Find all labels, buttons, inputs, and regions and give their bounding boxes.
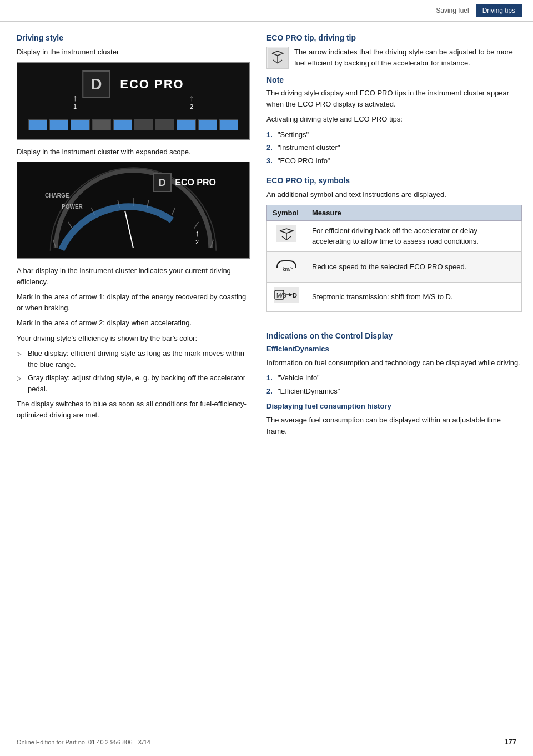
eco-pro-box-2: D ECO PRO [153, 173, 216, 192]
table-col-measure: Measure [306, 205, 522, 220]
svg-text:km/h: km/h [283, 266, 294, 272]
arrow1-indicator: ↑ 1 [73, 93, 77, 110]
indications-title: Indications on the Control Display [266, 331, 522, 340]
ed-steps: 1. "Vehicle info" 2. "EfficientDynamics" [266, 372, 522, 396]
eco-pro-label: ECO PRO [120, 77, 184, 92]
display-cluster-expanded-label: Display in the instrument cluster with e… [17, 147, 250, 158]
switches-text: The display switches to blue as soon as … [17, 399, 250, 420]
arrow2-label-2: 2 [195, 239, 199, 245]
display-cluster-label: Display in the instrument cluster [17, 47, 250, 58]
efficient-dynamics-subtitle: EfficientDynamics [266, 345, 522, 353]
header-nav: Saving fuel Driving tips [429, 4, 522, 17]
gauge-seg-6 [134, 119, 153, 130]
page-number: 177 [504, 738, 516, 746]
eco-pro-tip-title: ECO PRO tip, driving tip [266, 33, 522, 42]
page-footer: Online Edition for Part no. 01 40 2 956 … [0, 733, 533, 750]
gauge-seg-2 [49, 119, 68, 130]
svg-line-6 [172, 208, 175, 215]
divider [266, 321, 522, 321]
power-label: POWER [62, 204, 83, 210]
arrow1-label: 1 [73, 103, 77, 110]
arrow2-indicator: ↑ 2 [189, 93, 194, 110]
step-2: 2. "Instrument cluster" [266, 142, 522, 153]
fuel-history-body: The average fuel consumption can be disp… [266, 415, 522, 436]
main-content: Driving style Display in the instrument … [0, 22, 533, 452]
driving-style-title: Driving style [17, 33, 250, 42]
eco-tip-svg [268, 48, 288, 68]
svg-line-1 [68, 222, 73, 229]
symbol-2: km/h [267, 251, 306, 282]
measure-1: For efficient driving back off the accel… [306, 220, 522, 251]
symbol-3: M/S D [267, 282, 306, 311]
gauge-seg-10 [219, 119, 238, 130]
mark-arrow2-text: Mark in the area of arrow 2: display whe… [17, 317, 250, 329]
table-row-1: For efficient driving back off the accel… [267, 220, 522, 251]
symbols-intro: An additional symbol and text instructio… [266, 189, 522, 200]
gauge-seg-4 [92, 119, 111, 130]
tip-icon-row: The arrow indicates that the driving sty… [266, 47, 522, 69]
note-section: Note The driving style display and ECO P… [266, 75, 522, 166]
table-row-2: km/h Reduce speed to the selected ECO PR… [267, 251, 522, 282]
gauge-seg-9 [198, 119, 217, 130]
eco-pro-text-2: ECO PRO [175, 178, 216, 188]
efficient-dynamics-body: Information on fuel consumption and tech… [266, 357, 522, 369]
gear-d-2: D [153, 173, 172, 192]
table-col-symbol: Symbol [267, 205, 306, 220]
eco-pro-tip-body: The arrow indicates that the driving sty… [294, 47, 522, 68]
arrow2-label: 2 [190, 103, 193, 110]
step-1: 1. "Settings" [266, 129, 522, 140]
eco-display-simple: D ECO PRO ↑ [17, 63, 249, 140]
page-header: Saving fuel Driving tips [0, 0, 533, 22]
driving-tips-link[interactable]: Driving tips [476, 4, 522, 17]
symbol-table: Symbol Measure For effici [266, 205, 522, 312]
svg-text:M/S: M/S [276, 293, 286, 299]
eco-display-expanded: CHARGE POWER D ECO PRO ↑ 2 [17, 162, 249, 259]
gear-d-label: D [82, 70, 110, 98]
svg-line-7 [194, 222, 198, 229]
bullet-item-1: Blue display: efficient driving style as… [17, 348, 250, 370]
bullet-list: Blue display: efficient driving style as… [17, 348, 250, 394]
fuel-history-title: Displaying fuel consumption history [266, 402, 522, 410]
activation-steps: 1. "Settings" 2. "Instrument cluster" 3.… [266, 129, 522, 167]
charge-label: CHARGE [45, 193, 69, 199]
gauge-seg-1 [28, 119, 47, 130]
svg-line-9 [125, 211, 133, 248]
gauge-seg-7 [155, 119, 174, 130]
gauge-seg-5 [113, 119, 132, 130]
measure-2: Reduce speed to the selected ECO PRO spe… [306, 251, 522, 282]
saving-fuel-link[interactable]: Saving fuel [429, 4, 475, 17]
gauge-seg-3 [71, 119, 89, 130]
ed-step-2: 2. "EfficientDynamics" [266, 386, 522, 397]
note-title: Note [266, 75, 522, 84]
step-3: 3. "ECO PRO Info" [266, 155, 522, 167]
right-column: ECO PRO tip, driving tip The arrow indic… [266, 33, 522, 441]
cluster-image-1: D ECO PRO ↑ [17, 62, 250, 140]
arrow2-indicator-2: ↑ 2 [195, 229, 199, 245]
symbols-title: ECO PRO tip, symbols [266, 176, 522, 185]
note-body: The driving style display and ECO PRO ti… [266, 88, 522, 109]
table-row-3: M/S D Steptronic transmission: shift fro… [267, 282, 522, 311]
svg-text:D: D [293, 292, 297, 299]
arrow-indicator-icon [266, 47, 289, 69]
bullet-item-2: Gray display: adjust driving style, e. g… [17, 372, 250, 394]
gauge-seg-8 [177, 119, 195, 130]
ed-step-1: 1. "Vehicle info" [266, 372, 522, 384]
cluster-image-2: CHARGE POWER D ECO PRO ↑ 2 [17, 162, 250, 259]
efficiency-color-text: Your driving style's efficiency is shown… [17, 333, 250, 344]
mark-arrow1-text: Mark in the area of arrow 1: display of … [17, 291, 250, 313]
symbol-1 [267, 220, 306, 251]
bar-display-text: A bar display in the instrument cluster … [17, 265, 250, 287]
footer-copyright: Online Edition for Part no. 01 40 2 956 … [17, 739, 150, 745]
left-column: Driving style Display in the instrument … [17, 33, 250, 441]
activating-label: Activating driving style and ECO PRO tip… [266, 114, 522, 125]
measure-3: Steptronic transmission: shift from M/S … [306, 282, 522, 311]
gauge-bar-row [28, 119, 238, 130]
